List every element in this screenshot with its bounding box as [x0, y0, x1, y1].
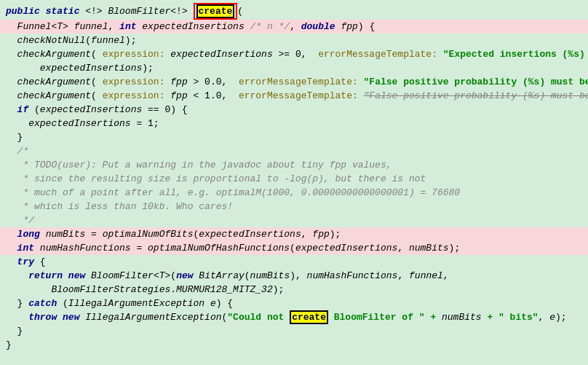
code-text-9: expectedInsertions = 1;: [6, 117, 159, 130]
code-line-7: checkArgument( expression: fpp < 1.0, er…: [0, 89, 588, 103]
code-line-19: try {: [0, 255, 588, 269]
create-highlight-box: create: [194, 3, 238, 20]
code-text-11: /*: [6, 144, 28, 158]
code-text-2: Funnel<T> funnel, int expectedInsertions…: [6, 20, 375, 34]
code-view: public static <!> BloomFilter<!> create(…: [0, 0, 588, 365]
code-line-23: throw new IllegalArgumentException("Coul…: [0, 310, 588, 324]
code-text-17: long numBits = optimalNumOfBits(expected…: [6, 227, 341, 241]
code-line-14: * much of a point after all, e.g. optima…: [0, 186, 588, 200]
code-text-10: }: [6, 130, 23, 144]
code-text-22: } catch (IllegalArgumentException e) {: [6, 297, 233, 310]
code-line-24: }: [0, 324, 588, 338]
code-text-21: BloomFilterStrategies.MURMUR128_MITZ_32)…: [6, 283, 284, 297]
code-text-19: try {: [6, 255, 46, 269]
code-text-4: checkArgument( expression: expectedInser…: [6, 47, 588, 61]
code-text-6: checkArgument( expression: fpp > 0.0, er…: [6, 75, 588, 89]
create-keyword: create: [196, 4, 235, 18]
code-line-18: int numHashFunctions = optimalNumOfHashF…: [0, 241, 588, 255]
code-text-24: }: [6, 324, 23, 338]
code-line-8: if (expectedInsertions == 0) {: [0, 103, 588, 117]
code-text-14: * much of a point after all, e.g. optima…: [6, 186, 460, 200]
code-text-23: throw new IllegalArgumentException("Coul…: [6, 310, 567, 324]
code-line-13: * since the resulting size is proportion…: [0, 172, 588, 186]
code-text-18: int numHashFunctions = optimalNumOfHashF…: [6, 241, 460, 255]
code-text-8: if (expectedInsertions == 0) {: [6, 103, 188, 117]
code-text-5: expectedInsertions);: [6, 61, 154, 75]
code-line-6: checkArgument( expression: fpp > 0.0, er…: [0, 75, 588, 89]
code-text-16: */: [6, 213, 34, 227]
code-line-3: checkNotNull(funnel);: [0, 34, 588, 47]
code-text-12: * TODO(user): Put a warning in the javad…: [6, 158, 392, 172]
code-text-25: }: [6, 338, 12, 352]
code-line-2: Funnel<T> funnel, int expectedInsertions…: [0, 20, 588, 34]
code-line-16: */: [0, 213, 588, 227]
code-line-4: checkArgument( expression: expectedInser…: [0, 47, 588, 61]
code-text-3: checkNotNull(funnel);: [6, 34, 136, 47]
code-text-7: checkArgument( expression: fpp < 1.0, er…: [6, 89, 588, 103]
code-line-11: /*: [0, 144, 588, 158]
code-text-13: * since the resulting size is proportion…: [6, 172, 426, 186]
paren: (: [237, 4, 243, 18]
code-line-9: expectedInsertions = 1;: [0, 117, 588, 130]
code-line-25: }: [0, 338, 588, 352]
code-line-17: long numBits = optimalNumOfBits(expected…: [0, 227, 588, 241]
code-line-20: return new BloomFilter<T>(new BitArray(n…: [0, 269, 588, 283]
code-line-15: * which is less than 10kb. Who cares!: [0, 200, 588, 213]
code-line-12: * TODO(user): Put a warning in the javad…: [0, 158, 588, 172]
code-text-15: * which is less than 10kb. Who cares!: [6, 200, 233, 213]
code-line-10: }: [0, 130, 588, 144]
code-text: public static <!> BloomFilter<!>: [6, 4, 194, 18]
code-line-1: public static <!> BloomFilter<!> create(: [0, 3, 588, 20]
code-text-20: return new BloomFilter<T>(new BitArray(n…: [6, 269, 449, 283]
code-line-22: } catch (IllegalArgumentException e) {: [0, 297, 588, 310]
code-line-21: BloomFilterStrategies.MURMUR128_MITZ_32)…: [0, 283, 588, 297]
code-line-5: expectedInsertions);: [0, 61, 588, 75]
create-keyword-2: create: [290, 310, 328, 324]
